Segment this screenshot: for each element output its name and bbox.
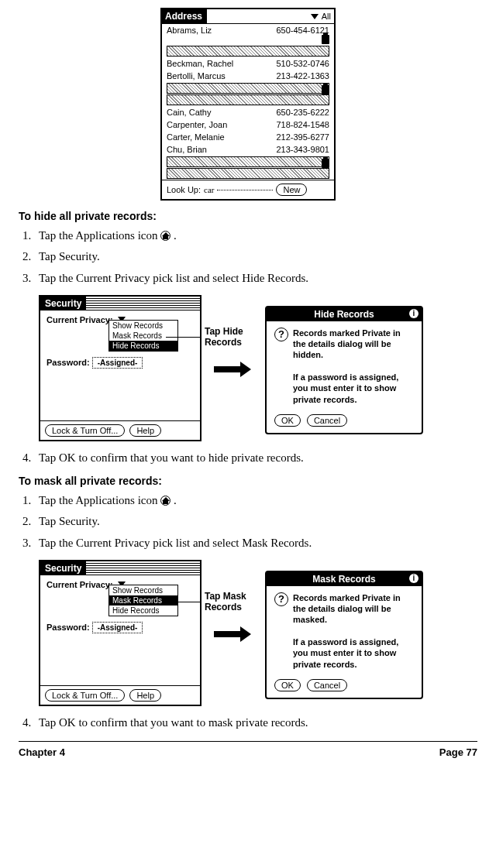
security-title: Security <box>40 561 86 575</box>
page-footer: Chapter 4 Page 77 <box>19 741 477 758</box>
dialog-text-1: Records marked Private in the details di… <box>293 328 414 361</box>
address-row[interactable]: Chu, Brian213-343-9801 <box>162 143 334 156</box>
hide-step-3: Tap the Current Privacy pick list and se… <box>34 269 477 287</box>
mask-annotation: Tap Mask Records <box>205 591 259 612</box>
chevron-down-icon <box>311 14 319 19</box>
help-button[interactable]: Help <box>129 689 161 702</box>
address-row[interactable]: Cain, Cathy650-235-6222 <box>162 106 334 118</box>
privacy-picklist[interactable]: Show Records Mask Records Hide Records <box>108 585 178 616</box>
address-row[interactable]: Carter, Melanie212-395-6277 <box>162 131 334 143</box>
dialog-text-2: If a password is assigned, you must ente… <box>293 372 414 405</box>
info-icon[interactable]: i <box>409 309 418 318</box>
dialog-title: Hide Records <box>314 309 374 320</box>
ok-button[interactable]: OK <box>274 679 301 691</box>
question-icon: ? <box>274 328 288 341</box>
cancel-button[interactable]: Cancel <box>307 414 347 427</box>
password-assigned[interactable]: -Assigned- <box>92 357 143 369</box>
address-title: Address <box>162 9 207 23</box>
dialog-text-2: If a password is assigned, you must ente… <box>293 636 414 670</box>
question-icon: ? <box>274 592 288 606</box>
lock-icon <box>322 35 329 44</box>
address-list: Abrams, Liz650-454-6121Beckman, Rachel51… <box>162 24 334 179</box>
hide-step-4: Tap OK to confirm that you want to hide … <box>34 449 477 467</box>
applications-home-icon <box>160 231 170 241</box>
picklist-option[interactable]: Show Records <box>109 585 177 595</box>
lock-turnoff-button[interactable]: Lock & Turn Off... <box>45 424 125 437</box>
hide-step-1: Tap the Applications icon . <box>34 227 477 245</box>
picklist-option[interactable]: Show Records <box>109 321 177 331</box>
lookup-input[interactable]: car <box>204 185 214 194</box>
cancel-button[interactable]: Cancel <box>307 679 347 691</box>
masked-record[interactable] <box>167 94 329 105</box>
info-icon[interactable]: i <box>409 574 418 583</box>
picklist-option-selected[interactable]: Mask Records <box>109 595 177 606</box>
dialog-title: Mask Records <box>312 574 375 585</box>
hide-records-dialog: Hide Records i ? Records marked Private … <box>265 306 423 434</box>
password-label: Password: -Assigned- <box>46 355 194 369</box>
security-title: Security <box>40 297 86 310</box>
privacy-picklist[interactable]: Show Records Mask Records Hide Records <box>108 320 178 352</box>
hide-step-2: Tap Security. <box>34 248 477 266</box>
hide-annotation: Tap Hide Records <box>205 326 259 348</box>
mask-step-1: Tap the Applications icon . <box>34 492 477 509</box>
masked-record[interactable] <box>167 168 329 179</box>
arrow-right-icon <box>214 626 253 642</box>
address-category[interactable]: All <box>311 12 334 21</box>
masked-record[interactable] <box>167 46 329 57</box>
footer-chapter: Chapter 4 <box>19 746 65 758</box>
address-row[interactable]: Bertolli, Marcus213-422-1363 <box>162 70 334 82</box>
masked-record[interactable] <box>167 156 329 167</box>
dialog-text-1: Records marked Private in the details di… <box>293 592 414 626</box>
ok-button[interactable]: OK <box>274 414 301 427</box>
mask-records-dialog: Mask Records i ? Records marked Private … <box>265 571 423 699</box>
lookup-label: Look Up: <box>167 185 201 194</box>
mask-figure: Security Current Privacy: Show Records M… <box>39 560 477 706</box>
help-button[interactable]: Help <box>129 424 161 437</box>
picklist-option-selected[interactable]: Hide Records <box>109 341 177 351</box>
address-row[interactable]: Carpenter, Joan718-824-1548 <box>162 118 334 131</box>
address-category-label: All <box>322 12 331 21</box>
hide-figure: Security Current Privacy: Show Records M… <box>39 295 477 441</box>
password-assigned[interactable]: -Assigned- <box>92 622 143 633</box>
mask-step-2: Tap Security. <box>34 513 477 530</box>
lock-turnoff-button[interactable]: Lock & Turn Off... <box>45 689 125 702</box>
address-screenshot: Address All Abrams, Liz650-454-6121Beckm… <box>19 8 477 201</box>
footer-page: Page 77 <box>439 746 477 758</box>
hide-heading: To hide all private records: <box>19 210 477 222</box>
mask-heading: To mask all private records: <box>19 475 477 487</box>
password-label: Password: -Assigned- <box>46 620 194 633</box>
address-row[interactable]: Beckman, Rachel510-532-0746 <box>162 57 334 70</box>
applications-home-icon <box>160 496 170 506</box>
new-button[interactable]: New <box>276 184 307 196</box>
picklist-option[interactable]: Hide Records <box>109 606 177 616</box>
picklist-option[interactable]: Mask Records <box>109 331 177 341</box>
address-row[interactable]: Abrams, Liz650-454-6121 <box>162 24 334 36</box>
mask-step-3: Tap the Current Privacy pick list and se… <box>34 534 477 552</box>
mask-step-4: Tap OK to confirm that you want to mask … <box>34 714 477 732</box>
masked-record[interactable] <box>167 83 329 94</box>
arrow-right-icon <box>214 362 253 377</box>
